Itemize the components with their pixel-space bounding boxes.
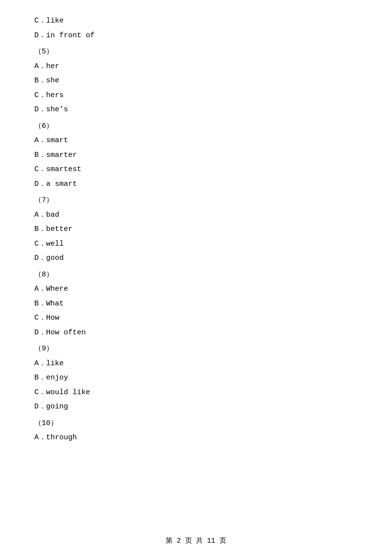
option-b9: B．enjoy — [34, 372, 358, 384]
question-6-label: （6） — [34, 120, 358, 133]
question-8-label: （8） — [34, 269, 358, 281]
option-d9: D．going — [34, 401, 358, 413]
option-a10: A．through — [34, 431, 358, 444]
option-d4: D．in front of — [34, 29, 358, 42]
option-c7: C．well — [34, 238, 358, 251]
option-c4: C．like — [34, 15, 358, 27]
question-5-label: （5） — [34, 46, 358, 58]
page-content: C．like D．in front of （5） A．her B．she C．h… — [0, 0, 392, 476]
option-a7: A．bad — [34, 209, 358, 222]
option-d5: D．she's — [34, 103, 358, 116]
page-footer: 第 2 页 共 11 页 — [0, 536, 392, 545]
option-c9: C．would like — [34, 386, 358, 399]
question-10-label: （10） — [34, 417, 358, 430]
option-b8: B．What — [34, 298, 358, 310]
page-number: 第 2 页 共 11 页 — [166, 537, 226, 545]
option-c5: C．hers — [34, 89, 358, 102]
option-d8: D．How often — [34, 327, 358, 339]
option-a6: A．smart — [34, 134, 358, 147]
option-a9: A．like — [34, 357, 358, 370]
option-a8: A．Where — [34, 283, 358, 296]
option-d7: D．good — [34, 252, 358, 265]
question-7-label: （7） — [34, 194, 358, 207]
option-a5: A．her — [34, 60, 358, 73]
option-c6: C．smartest — [34, 163, 358, 176]
question-9-label: （9） — [34, 343, 358, 355]
option-b6: B．smarter — [34, 149, 358, 162]
option-b7: B．better — [34, 223, 358, 236]
option-c8: C．How — [34, 312, 358, 325]
option-b5: B．she — [34, 75, 358, 87]
option-d6: D．a smart — [34, 178, 358, 191]
